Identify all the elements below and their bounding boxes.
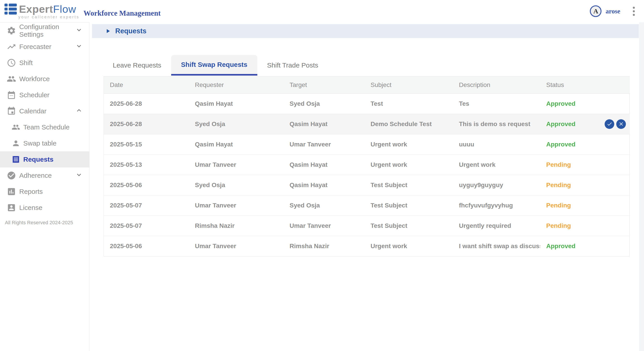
cell-description: I want shift swap as discussed... [453, 236, 540, 256]
gear-icon [7, 26, 16, 35]
table-row[interactable]: 2025-05-06Syed OsjaQasim HayatTest Subje… [104, 175, 630, 195]
scrollbar-track[interactable] [639, 22, 644, 351]
column-header-status: Status [540, 76, 630, 93]
sidebar-item-adherence[interactable]: Adherence [0, 167, 89, 184]
bar-chart-icon [7, 187, 16, 196]
cell-status: Approved [540, 114, 630, 134]
table-header-row: Date Requester Target Subject Descriptio… [104, 76, 630, 93]
status-badge: Approved [546, 243, 576, 250]
table-row[interactable]: 2025-05-15Qasim HayatUmar TanveerUrgent … [104, 134, 630, 154]
cell-date: 2025-05-07 [104, 195, 189, 216]
reject-button[interactable] [616, 119, 626, 129]
cell-description: uuuu [453, 134, 540, 154]
status-badge: Pending [546, 202, 571, 209]
column-header-subject: Subject [364, 76, 453, 93]
tab-shift-trade-posts[interactable]: Shift Trade Posts [257, 55, 328, 75]
tab-leave-requests[interactable]: Leave Requests [103, 55, 171, 75]
column-header-requester: Requester [189, 76, 284, 93]
column-header-date: Date [104, 76, 189, 93]
sidebar-item-label: Calendar [19, 107, 46, 115]
cell-date: 2025-05-07 [104, 216, 189, 236]
main-content: Requests Leave Requests Shift Swap Reque… [90, 22, 644, 351]
cell-date: 2025-06-28 [104, 93, 189, 114]
cell-subject: Urgent work [364, 154, 453, 175]
trending-up-icon [7, 42, 16, 51]
cell-description: uyguy9guyguy [453, 175, 540, 195]
app-title: Workforce Management [84, 9, 161, 17]
chevron-down-icon [75, 26, 83, 35]
expertflow-logo-icon [4, 3, 17, 14]
user-avatar[interactable]: A [590, 5, 602, 17]
person-icon [12, 139, 20, 148]
approve-button[interactable] [604, 119, 614, 129]
tab-shift-swap-requests[interactable]: Shift Swap Requests [171, 55, 257, 75]
cell-date: 2025-05-15 [104, 134, 189, 154]
cell-target: Rimsha Nazir [284, 236, 364, 256]
sidebar-item-requests[interactable]: Requests [0, 151, 89, 167]
cell-status: Pending [540, 154, 630, 175]
cell-requester: Umar Tanveer [189, 154, 284, 175]
cell-requester: Qasim Hayat [189, 93, 284, 114]
sidebar-item-swap-table[interactable]: Swap table [0, 135, 89, 151]
sidebar-item-forecaster[interactable]: Forecaster [0, 39, 89, 55]
table-row[interactable]: 2025-05-07Rimsha NazirUmar TanveerTest S… [104, 216, 630, 236]
logo-word-flow: Flow [53, 3, 76, 15]
cell-target: Umar Tanveer [284, 216, 364, 236]
sidebar-item-reports[interactable]: Reports [0, 184, 89, 200]
table-row[interactable]: 2025-05-07Umar TanveerSyed OsjaTest Subj… [104, 195, 630, 216]
cell-subject: Demo Schedule Test [364, 114, 453, 134]
cell-target: Syed Osja [284, 195, 364, 216]
cell-description: Tes [453, 93, 540, 114]
user-name: arose [606, 7, 620, 15]
cell-date: 2025-05-06 [104, 175, 189, 195]
cell-subject: Urgent work [364, 236, 453, 256]
cell-subject: Test Subject [364, 216, 453, 236]
cell-requester: Syed Osja [189, 114, 284, 134]
cell-status: Approved [540, 134, 630, 154]
sidebar-item-workforce[interactable]: Workforce [0, 71, 89, 87]
sidebar-item-configuration-settings[interactable]: Configuration Settings [0, 22, 89, 39]
close-icon [618, 121, 624, 127]
requests-table: Date Requester Target Subject Descriptio… [104, 76, 630, 256]
calendar-dots-icon [7, 90, 16, 100]
sidebar-item-label: Workforce [19, 75, 50, 83]
table-row[interactable]: 2025-05-13Umar TanveerQasim HayatUrgent … [104, 154, 630, 175]
cell-subject: Test Subject [364, 175, 453, 195]
cell-requester: Syed Osja [189, 175, 284, 195]
tab-label: Shift Swap Requests [181, 61, 248, 68]
tab-label: Leave Requests [113, 61, 161, 69]
top-bar: ExpertFlow your callcenter experts Workf… [0, 0, 644, 22]
requests-table-body: 2025-06-28Qasim HayatSyed OsjaTestTesApp… [104, 93, 630, 256]
sidebar-item-label: Forecaster [19, 43, 51, 50]
tab-bar: Leave Requests Shift Swap Requests Shift… [103, 55, 644, 75]
sidebar-item-label: Scheduler [19, 91, 50, 99]
kebab-menu-icon[interactable] [629, 5, 638, 17]
cell-status: Pending [540, 195, 630, 216]
sidebar-item-license[interactable]: License [0, 200, 89, 216]
sidebar-item-shift[interactable]: Shift [0, 55, 89, 71]
cell-target: Qasim Hayat [284, 154, 364, 175]
cell-target: Syed Osja [284, 93, 364, 114]
cell-date: 2025-05-06 [104, 236, 189, 256]
status-badge: Pending [546, 161, 571, 168]
cell-requester: Umar Tanveer [189, 195, 284, 216]
table-row[interactable]: 2025-05-06Umar TanveerRimsha NazirUrgent… [104, 236, 630, 256]
table-row[interactable]: 2025-06-28Syed OsjaQasim HayatDemo Sched… [104, 114, 630, 134]
cell-requester: Umar Tanveer [189, 236, 284, 256]
sidebar-item-label: Shift [19, 59, 33, 67]
requests-panel-header[interactable]: Requests [92, 24, 639, 38]
badge-icon [7, 203, 16, 212]
cell-requester: Rimsha Nazir [189, 216, 284, 236]
sidebar-item-team-schedule[interactable]: Team Schedule [0, 119, 89, 135]
sidebar-item-calendar[interactable]: Calendar [0, 103, 89, 119]
sidebar-item-scheduler[interactable]: Scheduler [0, 87, 89, 103]
cell-description: This is demo ss request [453, 114, 540, 134]
play-arrow-icon [104, 28, 111, 34]
cell-subject: Test Subject [364, 195, 453, 216]
sidebar: Configuration Settings Forecaster Shift … [0, 22, 90, 351]
cell-subject: Test [364, 93, 453, 114]
table-row[interactable]: 2025-06-28Qasim HayatSyed OsjaTestTesApp… [104, 93, 630, 114]
cell-date: 2025-06-28 [104, 114, 189, 134]
check-circle-icon [7, 171, 16, 180]
cell-status: Pending [540, 216, 630, 236]
